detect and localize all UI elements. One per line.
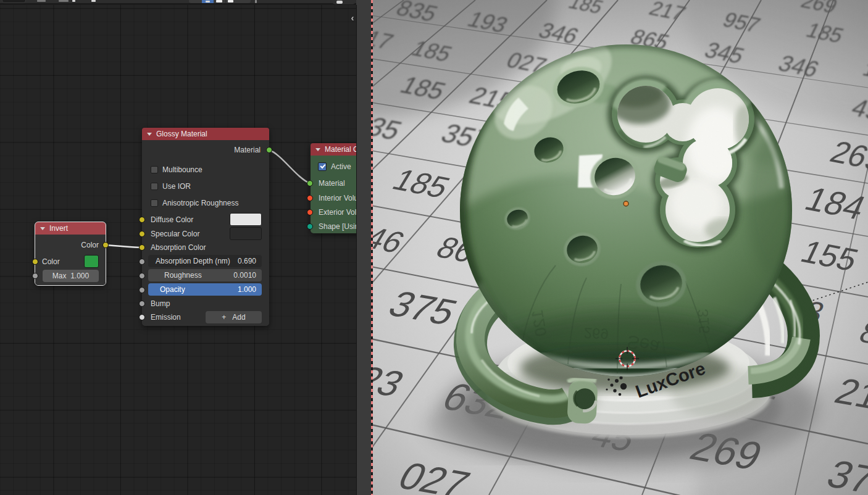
svg-text:269: 269 — [583, 325, 609, 342]
svg-text:315: 315 — [694, 309, 712, 335]
